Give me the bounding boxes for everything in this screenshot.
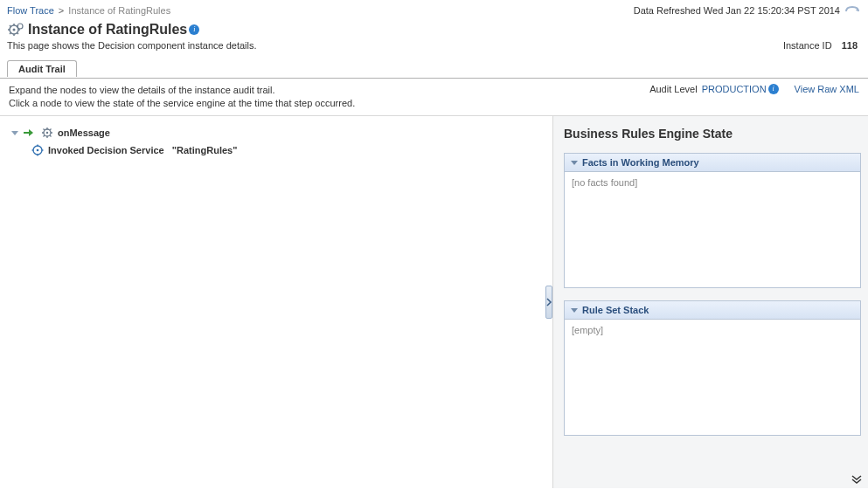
svg-point-12 xyxy=(46,132,48,134)
engine-state-title: Business Rules Engine State xyxy=(564,127,861,141)
instance-id-row: Instance ID 118 xyxy=(783,40,858,51)
tree-node-invoked-decision-service[interactable]: Invoked Decision Service "RatingRules" xyxy=(48,145,237,155)
view-raw-xml-link[interactable]: View Raw XML xyxy=(795,84,859,94)
info-icon[interactable]: i xyxy=(768,84,779,94)
instructions: Expand the nodes to view the details of … xyxy=(9,84,355,110)
tree-collapse-icon[interactable] xyxy=(10,128,19,137)
splitter-handle[interactable] xyxy=(545,286,552,319)
instance-id-value: 118 xyxy=(842,40,858,51)
breadcrumb: Flow Trace > Instance of RatingRules xyxy=(7,5,170,16)
svg-line-6 xyxy=(10,25,11,27)
tree-node-onmessage[interactable]: onMessage xyxy=(58,127,110,138)
ruleset-section: Rule Set Stack [empty] xyxy=(564,300,861,436)
audit-level-label: Audit Level xyxy=(649,84,697,94)
svg-point-22 xyxy=(37,149,39,152)
arrow-forward-icon xyxy=(22,126,36,140)
page-subtitle: This page shows the Decision component i… xyxy=(7,40,257,51)
svg-line-20 xyxy=(50,129,52,131)
instructions-line2: Click a node to view the state of the se… xyxy=(9,97,355,110)
ruleset-section-header[interactable]: Rule Set Stack xyxy=(565,301,860,320)
svg-line-19 xyxy=(44,135,45,137)
tab-audit-trail[interactable]: Audit Trail xyxy=(7,60,77,77)
collapse-icon xyxy=(570,158,579,167)
tree-child-name: "RatingRules" xyxy=(172,145,238,155)
svg-line-18 xyxy=(50,135,52,137)
page-title: Instance of RatingRules xyxy=(28,22,187,38)
info-icon[interactable]: i xyxy=(189,24,199,35)
engine-state-panel: Business Rules Engine State Facts in Wor… xyxy=(552,116,868,488)
collapse-icon xyxy=(570,306,579,314)
breadcrumb-current: Instance of RatingRules xyxy=(68,5,170,16)
svg-line-17 xyxy=(44,129,45,131)
tree-child-prefix: Invoked Decision Service xyxy=(48,145,164,155)
decision-service-icon xyxy=(31,143,45,157)
breadcrumb-separator: > xyxy=(59,5,64,16)
audit-level: Audit Level PRODUCTIONi xyxy=(649,84,778,94)
svg-line-7 xyxy=(17,33,19,35)
audit-trail-tree: onMessage Invoked Decision Service "Rati… xyxy=(0,116,545,488)
facts-section: Facts in Working Memory [no facts found] xyxy=(564,153,861,288)
ruleset-body: [empty] xyxy=(565,320,860,435)
data-refreshed-label: Data Refreshed Wed Jan 22 15:20:34 PST 2… xyxy=(634,5,840,16)
facts-section-header[interactable]: Facts in Working Memory xyxy=(565,154,860,172)
svg-point-1 xyxy=(13,29,16,31)
ruleset-header-label: Rule Set Stack xyxy=(582,305,649,315)
svg-line-8 xyxy=(10,33,11,35)
instance-id-label: Instance ID xyxy=(783,40,832,51)
audit-level-value[interactable]: PRODUCTION xyxy=(702,84,767,94)
instructions-line1: Expand the nodes to view the details of … xyxy=(9,84,355,97)
tab-bar: Audit Trail xyxy=(0,59,868,79)
component-gear-icon xyxy=(7,21,24,38)
breadcrumb-link-flow-trace[interactable]: Flow Trace xyxy=(7,5,54,16)
facts-header-label: Facts in Working Memory xyxy=(582,157,699,168)
facts-body: [no facts found] xyxy=(565,172,860,287)
refresh-icon[interactable] xyxy=(844,3,861,17)
gear-icon xyxy=(40,126,54,140)
scroll-down-icon[interactable] xyxy=(851,474,863,485)
splitter xyxy=(545,116,552,488)
